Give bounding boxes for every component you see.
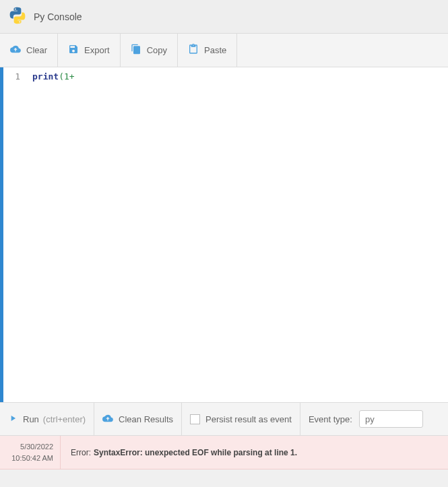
event-type-input[interactable] [359,410,423,428]
copy-button[interactable]: Copy [121,34,178,67]
python-logo-icon [8,6,34,28]
result-timestamp: 5/30/2022 10:50:42 AM [0,436,61,469]
clear-button[interactable]: Clear [0,34,58,67]
save-icon [68,44,84,57]
bottom-toolbar: Run (ctrl+enter) Clean Results Persist r… [0,402,448,436]
paste-button[interactable]: Paste [178,34,237,67]
run-shortcut-hint: (ctrl+enter) [43,414,86,424]
copy-icon [131,44,147,57]
error-label: Error: [71,448,91,457]
result-time: 10:50:42 AM [11,453,53,464]
run-button[interactable]: Run (ctrl+enter) [0,403,94,435]
error-result-row: 5/30/2022 10:50:42 AM Error: SyntaxError… [0,436,448,469]
cloud-icon [102,413,119,426]
clean-results-button[interactable]: Clean Results [94,403,182,435]
clipboard-icon [188,44,204,57]
title-bar: Py Console [0,0,448,34]
result-date: 5/30/2022 [20,441,53,453]
persist-checkbox-wrap[interactable]: Persist result as event [182,403,300,435]
cloud-upload-icon [10,44,26,57]
export-button[interactable]: Export [58,34,121,67]
code-content[interactable]: print(1+ [27,67,448,402]
event-type-label: Event type: [309,414,352,424]
top-toolbar: Clear Export Copy Paste [0,34,448,67]
play-icon [8,414,23,425]
error-message: SyntaxError: unexpected EOF while parsin… [94,448,297,457]
checkbox-icon[interactable] [190,414,200,424]
persist-label: Persist result as event [205,414,292,424]
event-type-section: Event type: [300,403,431,435]
error-message-cell: Error: SyntaxError: unexpected EOF while… [61,436,448,469]
app-title: Py Console [34,11,82,22]
footer-spacer [0,469,448,487]
line-number-gutter: 1 [3,67,27,402]
line-number: 1 [3,71,20,82]
code-editor[interactable]: 1 print(1+ [0,67,448,402]
